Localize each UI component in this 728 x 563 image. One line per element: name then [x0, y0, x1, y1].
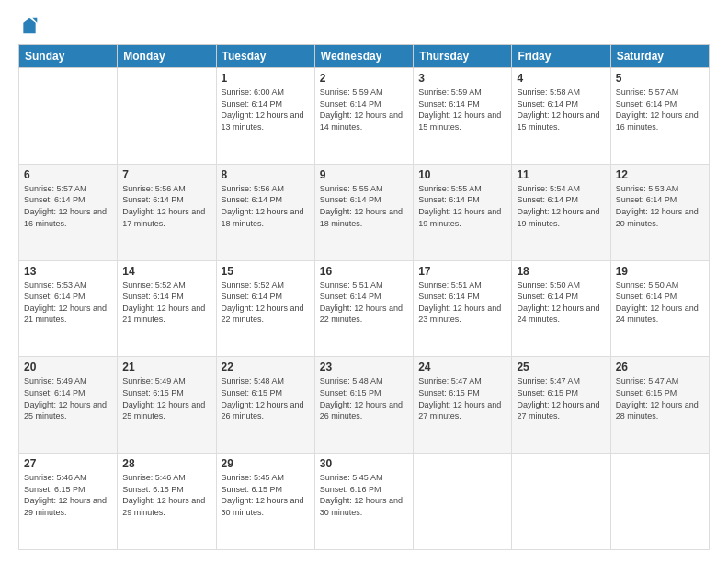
day-number: 4: [517, 72, 605, 85]
day-number: 29: [222, 457, 310, 470]
day-info: Sunrise: 5:53 AMSunset: 6:14 PMDaylight:…: [616, 183, 704, 229]
day-number: 1: [222, 72, 310, 85]
day-info: Sunrise: 5:58 AMSunset: 6:14 PMDaylight:…: [517, 86, 605, 132]
day-info: Sunrise: 5:45 AMSunset: 6:15 PMDaylight:…: [222, 472, 310, 518]
day-number: 21: [122, 361, 210, 373]
day-number: 30: [320, 457, 408, 470]
col-friday: Friday: [512, 45, 610, 68]
calendar-week-row: 13Sunrise: 5:53 AMSunset: 6:14 PMDayligh…: [19, 260, 710, 357]
day-number: 17: [418, 265, 506, 278]
logo-icon: [20, 17, 39, 35]
table-row: 30Sunrise: 5:45 AMSunset: 6:16 PMDayligh…: [314, 454, 413, 550]
table-row: 9Sunrise: 5:55 AMSunset: 6:14 PMDaylight…: [314, 164, 413, 260]
table-row: [118, 68, 216, 165]
calendar-table: Sunday Monday Tuesday Wednesday Thursday…: [18, 44, 710, 550]
day-info: Sunrise: 5:54 AMSunset: 6:14 PMDaylight:…: [517, 183, 605, 229]
day-number: 11: [517, 168, 605, 181]
day-info: Sunrise: 5:56 AMSunset: 6:14 PMDaylight:…: [222, 183, 310, 229]
table-row: 1Sunrise: 6:00 AMSunset: 6:14 PMDaylight…: [216, 68, 314, 165]
table-row: 4Sunrise: 5:58 AMSunset: 6:14 PMDaylight…: [512, 68, 610, 165]
table-row: 29Sunrise: 5:45 AMSunset: 6:15 PMDayligh…: [216, 454, 314, 550]
table-row: 16Sunrise: 5:51 AMSunset: 6:14 PMDayligh…: [314, 260, 413, 357]
table-row: 23Sunrise: 5:48 AMSunset: 6:15 PMDayligh…: [314, 357, 413, 454]
table-row: 14Sunrise: 5:52 AMSunset: 6:14 PMDayligh…: [118, 260, 216, 357]
table-row: 5Sunrise: 5:57 AMSunset: 6:14 PMDaylight…: [610, 68, 709, 165]
day-info: Sunrise: 5:47 AMSunset: 6:15 PMDaylight:…: [517, 375, 605, 421]
day-number: 2: [320, 72, 408, 85]
day-number: 28: [122, 457, 210, 470]
day-info: Sunrise: 5:52 AMSunset: 6:14 PMDaylight:…: [222, 280, 310, 326]
table-row: 17Sunrise: 5:51 AMSunset: 6:14 PMDayligh…: [414, 260, 512, 357]
day-number: 14: [122, 265, 210, 278]
day-info: Sunrise: 5:48 AMSunset: 6:15 PMDaylight:…: [320, 375, 408, 421]
day-info: Sunrise: 5:49 AMSunset: 6:14 PMDaylight:…: [24, 375, 112, 421]
day-info: Sunrise: 5:47 AMSunset: 6:15 PMDaylight:…: [418, 375, 506, 421]
table-row: 12Sunrise: 5:53 AMSunset: 6:14 PMDayligh…: [610, 164, 709, 260]
table-row: [19, 68, 118, 165]
col-saturday: Saturday: [610, 45, 709, 68]
table-row: 11Sunrise: 5:54 AMSunset: 6:14 PMDayligh…: [512, 164, 610, 260]
day-number: 13: [24, 265, 112, 278]
day-info: Sunrise: 5:52 AMSunset: 6:14 PMDaylight:…: [122, 280, 210, 326]
table-row: [512, 454, 610, 550]
day-info: Sunrise: 5:51 AMSunset: 6:14 PMDaylight:…: [418, 280, 506, 326]
table-row: 24Sunrise: 5:47 AMSunset: 6:15 PMDayligh…: [414, 357, 512, 454]
day-info: Sunrise: 5:57 AMSunset: 6:14 PMDaylight:…: [24, 183, 112, 229]
calendar-week-row: 6Sunrise: 5:57 AMSunset: 6:14 PMDaylight…: [19, 164, 710, 260]
table-row: 8Sunrise: 5:56 AMSunset: 6:14 PMDaylight…: [216, 164, 314, 260]
day-number: 6: [24, 168, 112, 181]
day-number: 20: [24, 361, 112, 373]
day-info: Sunrise: 5:53 AMSunset: 6:14 PMDaylight:…: [24, 280, 112, 326]
table-row: 3Sunrise: 5:59 AMSunset: 6:14 PMDaylight…: [414, 68, 512, 165]
table-row: [414, 454, 512, 550]
day-info: Sunrise: 5:45 AMSunset: 6:16 PMDaylight:…: [320, 472, 408, 518]
day-info: Sunrise: 5:50 AMSunset: 6:14 PMDaylight:…: [517, 280, 605, 326]
day-info: Sunrise: 5:51 AMSunset: 6:14 PMDaylight:…: [320, 280, 408, 326]
table-row: 22Sunrise: 5:48 AMSunset: 6:15 PMDayligh…: [216, 357, 314, 454]
col-wednesday: Wednesday: [314, 45, 413, 68]
day-number: 9: [320, 168, 408, 181]
day-info: Sunrise: 5:46 AMSunset: 6:15 PMDaylight:…: [122, 472, 210, 518]
day-number: 26: [616, 361, 704, 373]
day-number: 24: [418, 361, 506, 373]
day-number: 12: [616, 168, 704, 181]
day-info: Sunrise: 5:59 AMSunset: 6:14 PMDaylight:…: [418, 86, 506, 132]
day-info: Sunrise: 5:46 AMSunset: 6:15 PMDaylight:…: [24, 472, 112, 518]
day-number: 22: [222, 361, 310, 373]
day-info: Sunrise: 5:55 AMSunset: 6:14 PMDaylight:…: [320, 183, 408, 229]
day-number: 5: [616, 72, 704, 85]
day-number: 3: [418, 72, 506, 85]
day-number: 18: [517, 265, 605, 278]
day-number: 15: [222, 265, 310, 278]
day-number: 27: [24, 457, 112, 470]
day-info: Sunrise: 5:48 AMSunset: 6:15 PMDaylight:…: [222, 375, 310, 421]
day-number: 23: [320, 361, 408, 373]
logo: [18, 17, 39, 35]
col-thursday: Thursday: [414, 45, 512, 68]
day-info: Sunrise: 5:50 AMSunset: 6:14 PMDaylight:…: [616, 280, 704, 326]
table-row: [610, 454, 709, 550]
table-row: 26Sunrise: 5:47 AMSunset: 6:15 PMDayligh…: [610, 357, 709, 454]
day-info: Sunrise: 5:57 AMSunset: 6:14 PMDaylight:…: [616, 86, 704, 132]
table-row: 18Sunrise: 5:50 AMSunset: 6:14 PMDayligh…: [512, 260, 610, 357]
day-info: Sunrise: 5:55 AMSunset: 6:14 PMDaylight:…: [418, 183, 506, 229]
day-number: 8: [222, 168, 310, 181]
table-row: 25Sunrise: 5:47 AMSunset: 6:15 PMDayligh…: [512, 357, 610, 454]
day-number: 10: [418, 168, 506, 181]
col-sunday: Sunday: [19, 45, 118, 68]
table-row: 27Sunrise: 5:46 AMSunset: 6:15 PMDayligh…: [19, 454, 118, 550]
day-number: 19: [616, 265, 704, 278]
day-info: Sunrise: 6:00 AMSunset: 6:14 PMDaylight:…: [222, 86, 310, 132]
table-row: 13Sunrise: 5:53 AMSunset: 6:14 PMDayligh…: [19, 260, 118, 357]
table-row: 28Sunrise: 5:46 AMSunset: 6:15 PMDayligh…: [118, 454, 216, 550]
calendar-header-row: Sunday Monday Tuesday Wednesday Thursday…: [19, 45, 710, 68]
header: [18, 17, 710, 35]
calendar-week-row: 1Sunrise: 6:00 AMSunset: 6:14 PMDaylight…: [19, 68, 710, 165]
day-info: Sunrise: 5:56 AMSunset: 6:14 PMDaylight:…: [122, 183, 210, 229]
day-number: 25: [517, 361, 605, 373]
col-tuesday: Tuesday: [216, 45, 314, 68]
table-row: 21Sunrise: 5:49 AMSunset: 6:15 PMDayligh…: [118, 357, 216, 454]
table-row: 7Sunrise: 5:56 AMSunset: 6:14 PMDaylight…: [118, 164, 216, 260]
page: Sunday Monday Tuesday Wednesday Thursday…: [0, 0, 728, 563]
table-row: 2Sunrise: 5:59 AMSunset: 6:14 PMDaylight…: [314, 68, 413, 165]
